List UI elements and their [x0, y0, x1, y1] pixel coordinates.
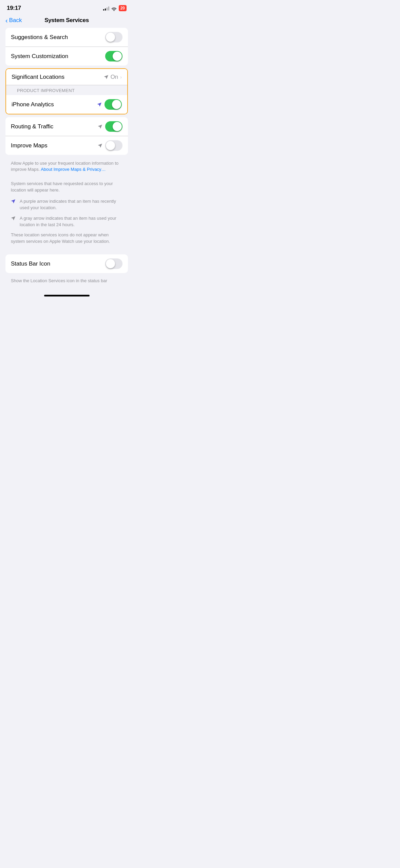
- system-customization-row: System Customization: [5, 47, 128, 66]
- toggle-thumb: [106, 33, 115, 42]
- system-services-desc: System services that have requested acce…: [11, 181, 122, 194]
- iphone-analytics-row: iPhone Analytics: [6, 95, 127, 114]
- page-title: System Services: [44, 17, 89, 24]
- battery-level: 20: [120, 6, 125, 11]
- iphone-analytics-toggle[interactable]: [104, 99, 122, 110]
- status-bar-icon-toggle[interactable]: [105, 258, 122, 269]
- status-bar-icon-label: Status Bar Icon: [11, 260, 105, 267]
- battery-icon: 20: [119, 5, 127, 11]
- toggle-thumb: [113, 122, 122, 131]
- product-improvement-header: PRODUCT IMPROVEMENT: [6, 85, 127, 95]
- location-arrow-gray-icon: [98, 124, 102, 129]
- status-bar-icon-row: Status Bar Icon: [5, 254, 128, 273]
- system-services-info: System services that have requested acce…: [0, 178, 133, 249]
- content: Suggestions & Search System Customizatio…: [0, 28, 133, 301]
- suggestions-search-label: Suggestions & Search: [11, 34, 105, 41]
- top-settings-group: Suggestions & Search System Customizatio…: [5, 28, 128, 66]
- back-button[interactable]: ‹ Back: [5, 17, 22, 24]
- system-customization-toggle[interactable]: [105, 51, 122, 61]
- suggestions-search-row: Suggestions & Search: [5, 28, 128, 47]
- improve-maps-label: Improve Maps: [11, 142, 98, 149]
- gray-location-icon: [11, 216, 16, 222]
- improve-maps-controls: [98, 140, 122, 151]
- chevron-right-icon: ›: [120, 74, 122, 80]
- significant-locations-status: On: [111, 74, 118, 80]
- routing-traffic-toggle[interactable]: [105, 121, 122, 132]
- routing-traffic-row: Routing & Traffic: [5, 117, 128, 136]
- toggle-thumb: [113, 52, 122, 61]
- gray-arrow-desc: A gray arrow indicates that an item has …: [20, 215, 122, 228]
- nav-bar: ‹ Back System Services: [0, 14, 133, 28]
- purple-arrow-desc: A purple arrow indicates that an item ha…: [20, 198, 122, 211]
- significant-locations-row[interactable]: Significant Locations On ›: [6, 69, 127, 85]
- status-bar-icon-section: Status Bar Icon: [5, 254, 128, 273]
- system-customization-label: System Customization: [11, 53, 105, 60]
- wifi-icon: [111, 6, 117, 10]
- back-label: Back: [9, 17, 22, 24]
- purple-arrow-info: A purple arrow indicates that an item ha…: [11, 198, 122, 211]
- watch-note-desc: These location services icons do not app…: [11, 232, 122, 245]
- improve-maps-description: Allow Apple to use your frequent locatio…: [0, 158, 133, 178]
- status-time: 19:17: [7, 5, 21, 12]
- location-arrow-purple-icon: [97, 102, 102, 107]
- location-arrow-gray2-icon: [98, 143, 102, 148]
- purple-location-icon: [11, 199, 16, 205]
- bottom-description: Show the Location Services icon in the s…: [0, 276, 133, 289]
- status-bar: 19:17 20: [0, 0, 133, 14]
- iphone-analytics-controls: [97, 99, 122, 110]
- section-divider-area: PRODUCT IMPROVEMENT: [6, 85, 127, 95]
- suggestions-search-toggle[interactable]: [105, 32, 122, 42]
- toggle-thumb: [112, 100, 121, 109]
- toggle-thumb: [106, 141, 115, 150]
- significant-locations-value: On ›: [104, 74, 122, 80]
- home-bar: [44, 295, 90, 296]
- improve-maps-link[interactable]: About Improve Maps & Privacy…: [41, 167, 106, 172]
- significant-locations-label: Significant Locations: [12, 74, 104, 80]
- signal-bars-icon: [103, 6, 109, 11]
- home-indicator: [0, 292, 133, 301]
- status-icons: 20: [103, 5, 127, 11]
- bottom-description-text: Show the Location Services icon in the s…: [11, 278, 107, 283]
- back-chevron-icon: ‹: [5, 17, 8, 24]
- routing-traffic-controls: [98, 121, 122, 132]
- routing-traffic-label: Routing & Traffic: [11, 123, 98, 130]
- toggle-thumb: [106, 259, 115, 268]
- iphone-analytics-label: iPhone Analytics: [12, 101, 97, 108]
- improve-maps-row: Improve Maps: [5, 136, 128, 155]
- gray-arrow-info: A gray arrow indicates that an item has …: [11, 215, 122, 228]
- improve-maps-toggle[interactable]: [105, 140, 122, 151]
- location-arrow-icon: [104, 75, 109, 79]
- highlighted-group: Significant Locations On › PRODUCT IMPRO…: [5, 68, 128, 114]
- bottom-settings-group: Routing & Traffic Improve Maps: [5, 117, 128, 155]
